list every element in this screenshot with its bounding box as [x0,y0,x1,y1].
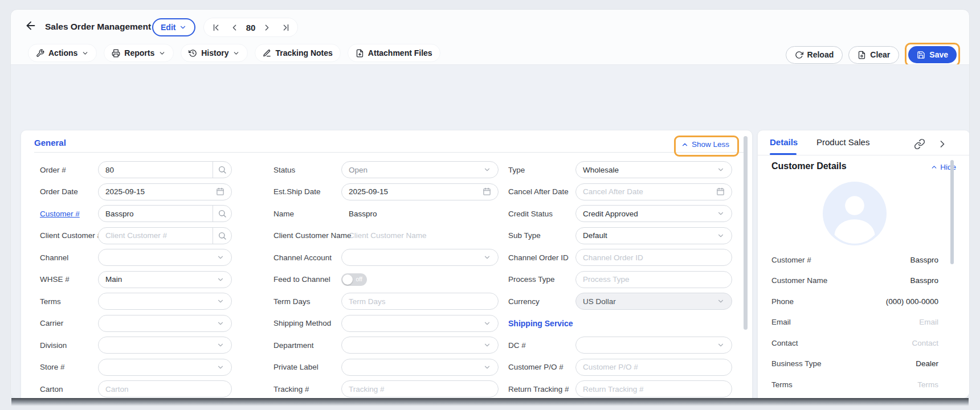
contact-label: Contact [771,339,798,347]
division-dropdown[interactable] [98,337,232,354]
credit-status-dropdown[interactable]: Credit Approved [575,205,732,222]
search-icon[interactable] [213,162,231,178]
search-icon[interactable] [213,206,231,222]
phone-value: (000) 000-0000 [886,297,938,306]
customer-p-o-input[interactable]: Customer P/O # [575,359,732,376]
term-days-input[interactable]: Term Days [341,293,499,310]
save-button[interactable]: Save [908,46,957,63]
credit-status-label: Credit Status [508,210,575,218]
section-divider [34,152,745,153]
private-label-dropdown[interactable] [341,359,499,376]
feed-to-channel-toggle[interactable]: off [341,273,367,286]
customer-label[interactable]: Customer # [40,210,98,218]
attachment-files-button[interactable]: Attachment Files [348,44,440,62]
window-bottom-shadow [11,398,969,406]
process-type-label: Process Type [508,275,575,284]
calendar-icon [716,187,725,196]
next-record-button[interactable] [260,20,273,34]
tab-details[interactable]: Details [770,137,798,147]
name-value: Basspro [341,210,499,218]
show-less-link[interactable]: Show Less [681,140,729,149]
tab-product-sales[interactable]: Product Sales [816,137,869,147]
chevron-down-icon [717,232,725,240]
form-row: Est.Ship Date2025-09-15 [273,181,499,203]
reload-label: Reload [807,50,834,59]
terms-label: Terms [771,380,793,389]
field-value: Basspro [105,210,134,218]
general-scrollbar[interactable] [744,136,748,330]
form-row: Term DaysTerm Days [273,290,499,313]
cancel-after-date-date-input[interactable]: Cancel After Date [575,183,732,200]
shipping-method-dropdown[interactable] [341,315,499,332]
tracking-notes-button[interactable]: Tracking Notes [255,44,340,62]
customer-label: Customer # [771,256,811,264]
reload-button[interactable]: Reload [786,46,843,64]
feed-to-channel-label: Feed to Channel [273,275,341,284]
carrier-dropdown[interactable] [98,315,232,332]
app-window: Sales Order Management Edit 80 Actions R… [10,9,970,399]
form-row: Sub TypeDefault [508,225,732,247]
client-customer-name-value: Client Customer Name [341,231,499,240]
whse-dropdown[interactable]: Main [98,271,232,288]
est-ship-date-label: Est.Ship Date [273,187,341,196]
est-ship-date-date-input[interactable]: 2025-09-15 [341,183,499,200]
store-dropdown[interactable] [98,359,232,376]
history-label: History [201,48,228,58]
back-arrow-icon [24,19,39,32]
first-record-button[interactable] [210,20,223,34]
channel-order-id-input[interactable]: Channel Order ID [575,249,732,266]
link-icon[interactable] [914,138,926,151]
return-tracking-input[interactable]: Return Tracking # [575,380,732,397]
terms-value: Terms [917,380,938,389]
dc-dropdown[interactable] [575,337,732,354]
form-row: StatusOpen [273,159,499,181]
back-button[interactable] [24,19,39,34]
order-search-input[interactable]: 80 [98,161,232,178]
toggle-state-label: off [356,276,362,282]
form-row: Channel [40,247,232,269]
clear-button[interactable]: Clear [848,46,899,64]
private-label-label: Private Label [273,363,341,371]
last-record-button[interactable] [278,20,292,34]
collapse-panel-button[interactable] [937,138,949,151]
edit-mode-label: Edit [161,23,175,32]
field-placeholder: Carton [105,385,129,393]
terms-dropdown[interactable] [98,293,232,310]
channel-dropdown[interactable] [98,249,232,266]
form-row: WHSE #Main [40,269,232,291]
cancel-after-date-label: Cancel After Date [508,187,575,196]
order-date-date-input[interactable]: 2025-09-15 [98,183,232,200]
whse-label: WHSE # [40,275,98,284]
history-menu[interactable]: History [181,44,248,62]
tracking-input[interactable]: Tracking # [341,380,499,397]
actions-menu[interactable]: Actions [28,44,97,62]
previous-record-button[interactable] [228,20,242,34]
details-scrollbar[interactable] [950,160,954,264]
detail-row: ContactContact [771,333,938,354]
search-icon[interactable] [213,228,231,244]
reports-menu[interactable]: Reports [104,44,174,62]
status-dropdown[interactable]: Open [341,161,499,178]
channel-account-dropdown[interactable] [341,249,499,266]
toggle-knob [342,274,353,285]
process-type-input[interactable]: Process Type [575,271,732,288]
person-icon [823,182,887,245]
chevron-up-icon [930,163,938,171]
chevron-down-icon [717,166,725,174]
carton-input[interactable]: Carton [98,380,232,397]
tabs-divider [758,155,970,155]
form-row: Terms [40,290,232,313]
field-value: Credit Approved [583,210,638,218]
currency-dropdown[interactable]: US Dollar [575,293,732,310]
type-dropdown[interactable]: Wholesale [575,161,732,178]
general-panel: General Show Less Order #80Order Date202… [21,130,753,399]
client-customer-search-input[interactable]: Client Customer # [98,227,232,244]
customer-search-input[interactable]: Basspro [98,205,232,222]
department-dropdown[interactable] [341,337,499,354]
name-label: Name [273,210,341,218]
customer-details-title: Customer Details [771,161,847,171]
sub-type-dropdown[interactable]: Default [575,227,732,244]
contact-value: Contact [912,339,938,347]
edit-mode-dropdown[interactable]: Edit [152,18,195,36]
screen: Sales Order Management Edit 80 Actions R… [0,0,980,410]
